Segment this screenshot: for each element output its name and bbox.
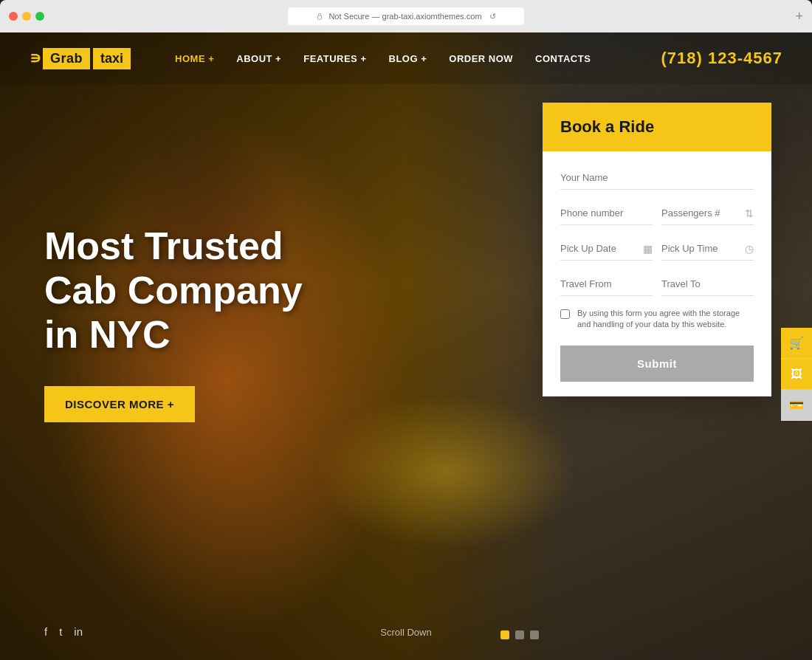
logo-icon: ∍: [30, 49, 41, 68]
facebook-link[interactable]: f: [44, 625, 47, 638]
phone-col: [560, 202, 653, 225]
calendar-icon: ▦: [643, 243, 653, 255]
nav-link-order[interactable]: ORDER NOW: [449, 53, 513, 64]
name-input[interactable]: [560, 166, 754, 190]
website: ∍ Grab taxi HOME + ABOUT + FEATURES + BL…: [0, 32, 812, 660]
card-icon: 💳: [789, 398, 804, 412]
passengers-input[interactable]: [661, 202, 754, 225]
pagination-dot-1[interactable]: [500, 630, 509, 639]
hero-content: Most Trusted Cab Company in NYC Discover…: [44, 224, 303, 422]
hero-title: Most Trusted Cab Company in NYC: [44, 224, 303, 357]
travel-to-input[interactable]: [661, 272, 754, 296]
card-action[interactable]: 💳: [781, 390, 812, 421]
nav-item-order[interactable]: ORDER NOW: [449, 52, 513, 65]
url-text: Not Secure — grab-taxi.axiomthemes.com: [328, 12, 481, 21]
gallery-action[interactable]: 🖼: [781, 359, 812, 390]
nav-links: HOME + ABOUT + FEATURES + BLOG + ORDER N…: [175, 52, 591, 65]
nav-link-contacts[interactable]: CONTACTS: [535, 53, 591, 64]
hero-title-line2: Cab Company: [44, 269, 303, 312]
nav-link-about[interactable]: ABOUT +: [236, 53, 281, 64]
nav-link-home[interactable]: HOME +: [175, 53, 214, 64]
travel-row: [560, 272, 754, 296]
lock-icon: [316, 13, 323, 20]
nav-item-features[interactable]: FEATURES +: [303, 52, 366, 65]
nav-link-blog[interactable]: BLOG +: [389, 53, 427, 64]
svg-rect-0: [318, 16, 322, 19]
nav-item-contacts[interactable]: CONTACTS: [535, 52, 591, 65]
nav-item-home[interactable]: HOME +: [175, 52, 214, 65]
booking-form: Book a Ride ⇅ ▦: [543, 103, 771, 396]
from-col: [560, 272, 653, 296]
reload-icon[interactable]: ↺: [489, 12, 496, 21]
url-bar[interactable]: Not Secure — grab-taxi.axiomthemes.com ↺: [288, 7, 524, 25]
logo[interactable]: ∍ Grab taxi: [30, 48, 131, 69]
new-tab-button[interactable]: +: [795, 9, 803, 24]
hero-title-line3: in NYC: [44, 313, 170, 356]
datetime-row: ▦ ◷: [560, 237, 754, 261]
passengers-col: ⇅: [661, 202, 754, 225]
minimize-button[interactable]: [22, 12, 31, 21]
discover-more-button[interactable]: Discover More +: [44, 386, 195, 422]
time-col: ◷: [661, 237, 754, 261]
to-col: [661, 272, 754, 296]
submit-button[interactable]: Submit: [560, 346, 754, 382]
clock-icon: ◷: [745, 243, 754, 255]
nav-phone[interactable]: (718) 123-4567: [661, 49, 782, 68]
spinner-icon: ⇅: [745, 207, 754, 219]
form-header: Book a Ride: [543, 103, 771, 151]
pagination-dot-3[interactable]: [530, 630, 539, 639]
logo-taxi: taxi: [93, 48, 131, 69]
browser-chrome: Not Secure — grab-taxi.axiomthemes.com ↺…: [0, 0, 812, 32]
pickup-date-input[interactable]: [560, 237, 653, 261]
nav-link-features[interactable]: FEATURES +: [303, 53, 366, 64]
consent-label: By using this form you agree with the st…: [577, 308, 754, 331]
date-col: ▦: [560, 237, 653, 261]
hero-title-line1: Most Trusted: [44, 224, 283, 267]
consent-group: By using this form you agree with the st…: [560, 308, 754, 331]
twitter-link[interactable]: t: [59, 625, 62, 638]
maximize-button[interactable]: [35, 12, 44, 21]
pagination-dot-2[interactable]: [515, 630, 524, 639]
scroll-down[interactable]: Scroll Down: [380, 627, 431, 638]
nav-item-blog[interactable]: BLOG +: [389, 52, 427, 65]
phone-passengers-row: ⇅: [560, 202, 754, 225]
consent-checkbox[interactable]: [560, 309, 570, 319]
travel-from-input[interactable]: [560, 272, 653, 296]
gallery-icon: 🖼: [791, 368, 802, 381]
close-button[interactable]: [9, 12, 18, 21]
logo-grab: Grab: [43, 48, 90, 69]
traffic-lights: [9, 12, 44, 21]
pickup-time-input[interactable]: [661, 237, 754, 261]
navbar: ∍ Grab taxi HOME + ABOUT + FEATURES + BL…: [0, 32, 812, 84]
social-icons: f t in: [44, 625, 83, 638]
pagination-dots: [500, 630, 539, 639]
cart-action[interactable]: 🛒: [781, 328, 812, 359]
name-field-group: [560, 166, 754, 190]
phone-input[interactable]: [560, 202, 653, 225]
form-title: Book a Ride: [560, 117, 754, 137]
form-body: ⇅ ▦ ◷: [543, 151, 771, 396]
nav-item-about[interactable]: ABOUT +: [236, 52, 281, 65]
linkedin-link[interactable]: in: [74, 625, 83, 638]
cart-icon: 🛒: [789, 336, 804, 350]
sidebar-actions: 🛒 🖼 💳: [781, 328, 812, 421]
